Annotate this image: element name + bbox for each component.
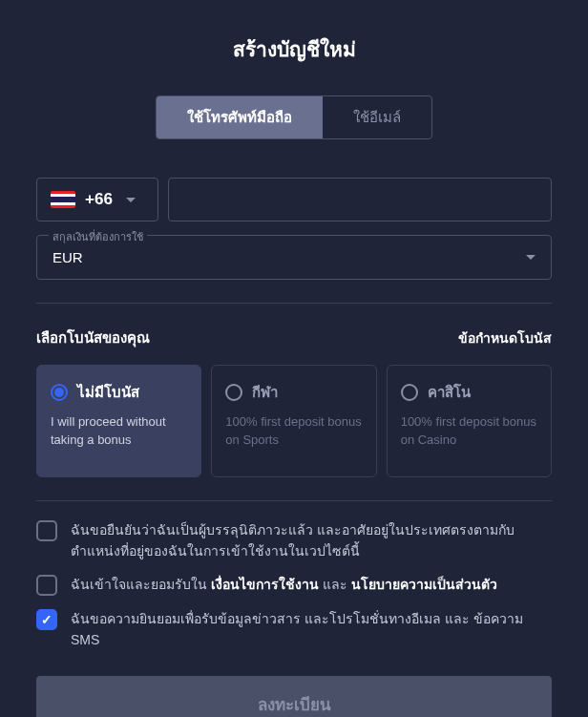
check-age-row: ฉันขอยืนยันว่าฉันเป็นผู้บรรลุนิติภาวะแล้… (36, 520, 552, 561)
country-code: +66 (85, 190, 113, 209)
currency-label: สกุลเงินที่ต้องการใช้ (49, 228, 147, 245)
bonus-card-sports[interactable]: กีฬา 100% first deposit bonus on Sports (211, 365, 376, 477)
divider (36, 500, 552, 501)
check-age-text: ฉันขอยืนยันว่าฉันเป็นผู้บรรลุนิติภาวะแล้… (71, 520, 552, 561)
checkbox-age[interactable] (36, 520, 57, 541)
check-marketing-text: ฉันขอความยินยอมเพื่อรับข้อมูลข่าวสาร และ… (71, 609, 552, 650)
flag-th-icon (51, 191, 75, 208)
currency-select-wrap: สกุลเงินที่ต้องการใช้ EUR (36, 235, 552, 280)
bonus-name: ไม่มีโบนัส (77, 381, 139, 404)
check-terms-text: ฉันเข้าใจและยอมรับใน เงื่อนไขการใช้งาน แ… (71, 575, 497, 596)
tabs: ใช้โทรศัพท์มือถือ ใช้อีเมล์ (36, 95, 552, 139)
bonus-card-casino[interactable]: คาสิโน 100% first deposit bonus on Casin… (387, 365, 552, 477)
tab-phone[interactable]: ใช้โทรศัพท์มือถือ (157, 96, 323, 138)
radio-icon (401, 384, 418, 401)
bonus-card-none[interactable]: ไม่มีโบนัส I will proceed without taking… (36, 365, 201, 477)
bonus-name: คาสิโน (428, 381, 471, 404)
terms-link[interactable]: เงื่อนไขการใช้งาน (211, 577, 319, 592)
checkbox-terms[interactable] (36, 575, 57, 596)
bonus-name: กีฬา (252, 381, 278, 404)
bonus-radio-row: คาสิโน (401, 381, 537, 404)
check-marketing-row: ฉันขอความยินยอมเพื่อรับข้อมูลข่าวสาร และ… (36, 609, 552, 650)
checkbox-marketing[interactable] (36, 609, 57, 630)
bonus-cards: ไม่มีโบนัส I will proceed without taking… (36, 365, 552, 477)
checks: ฉันขอยืนยันว่าฉันเป็นผู้บรรลุนิติภาวะแล้… (36, 520, 552, 651)
country-select[interactable]: +66 (36, 178, 158, 221)
terms-prefix: ฉันเข้าใจและยอมรับใน (71, 577, 211, 592)
bonus-radio-row: ไม่มีโบนัส (51, 381, 187, 404)
divider (36, 303, 552, 304)
bonus-heading: เลือกโบนัสของคุณ (36, 327, 150, 349)
tab-email[interactable]: ใช้อีเมล์ (323, 96, 431, 138)
page-title: สร้างบัญชีใหม่ (36, 33, 552, 65)
privacy-link[interactable]: นโยบายความเป็นส่วนตัว (351, 577, 497, 592)
submit-button[interactable]: ลงทะเบียน (36, 676, 552, 717)
phone-row: +66 (36, 178, 552, 221)
chevron-down-icon (526, 255, 536, 260)
terms-and: และ (319, 577, 351, 592)
bonus-radio-row: กีฬา (225, 381, 362, 404)
radio-icon (225, 384, 242, 401)
phone-input[interactable] (168, 178, 552, 221)
bonus-desc: 100% first deposit bonus on Casino (401, 413, 537, 450)
tab-group: ใช้โทรศัพท์มือถือ ใช้อีเมล์ (156, 95, 432, 139)
radio-icon (51, 384, 68, 401)
bonus-terms-link[interactable]: ข้อกำหนดโบนัส (458, 327, 552, 348)
check-terms-row: ฉันเข้าใจและยอมรับใน เงื่อนไขการใช้งาน แ… (36, 575, 552, 596)
bonus-header: เลือกโบนัสของคุณ ข้อกำหนดโบนัส (36, 327, 552, 349)
bonus-desc: 100% first deposit bonus on Sports (225, 413, 362, 450)
bonus-desc: I will proceed without taking a bonus (51, 413, 187, 450)
currency-value: EUR (52, 249, 83, 265)
chevron-down-icon (126, 198, 136, 202)
